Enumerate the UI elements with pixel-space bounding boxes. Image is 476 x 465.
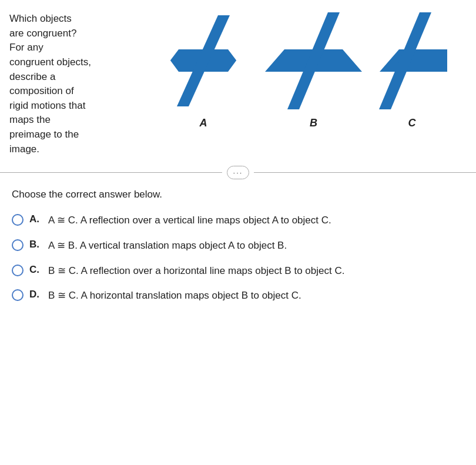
question-line-3: congruent objects, [9, 56, 91, 68]
shape-a-svg [156, 9, 250, 112]
shape-a-container: A [156, 9, 250, 129]
question-line-6: rigid motions that [9, 100, 85, 111]
shape-b-label: B [310, 117, 317, 129]
question-line-8: preimage to the [9, 129, 79, 140]
answer-text-b: A ≅ B. A vertical translation maps objec… [48, 239, 287, 253]
answer-item-d: D. B ≅ C. A horizontal translation maps … [12, 289, 464, 303]
shape-c-label: C [408, 117, 416, 129]
radio-d[interactable] [12, 289, 24, 301]
answer-text-c: B ≅ C. A reflection over a horizontal li… [48, 264, 344, 279]
divider-row: ··· [0, 166, 476, 179]
radio-a[interactable] [12, 214, 24, 226]
radio-b[interactable] [12, 239, 24, 251]
shape-c-svg [377, 9, 447, 112]
answer-letter-c: C. [29, 264, 42, 276]
answer-text-d: B ≅ C. A horizontal translation maps obj… [48, 289, 301, 303]
shape-a-label: A [200, 117, 207, 129]
answer-list: A. A ≅ C. A reflection over a vertical l… [12, 213, 464, 303]
bottom-section: Choose the correct answer below. A. A ≅ … [0, 189, 476, 315]
answer-letter-d: D. [29, 289, 42, 300]
shape-b-svg [262, 9, 365, 112]
question-line-9: image. [9, 143, 39, 155]
answer-text-a: A ≅ C. A reflection over a vertical line… [48, 213, 331, 228]
radio-c[interactable] [12, 265, 24, 276]
answer-item-b: B. A ≅ B. A vertical translation maps ob… [12, 239, 464, 253]
question-line-4: describe a [9, 71, 55, 82]
shapes-area: A B [150, 9, 470, 135]
answer-letter-a: A. [29, 213, 42, 225]
question-line-0: Which objects [9, 13, 72, 24]
answer-item-a: A. A ≅ C. A reflection over a vertical l… [12, 213, 464, 228]
answer-letter-b: B. [29, 239, 42, 250]
shape-c-container: C [377, 9, 447, 129]
shape-b-container: B [262, 9, 365, 129]
choose-label: Choose the correct answer below. [12, 189, 464, 200]
divider-line-right [254, 172, 476, 173]
divider-line-left [0, 172, 222, 173]
question-line-5: composition of [9, 85, 74, 96]
divider-button[interactable]: ··· [227, 166, 250, 179]
answer-item-c: C. B ≅ C. A reflection over a horizontal… [12, 264, 464, 279]
question-line-2: For any [9, 42, 43, 53]
question-text: Which objects are congruent? For any con… [9, 9, 150, 156]
top-section: Which objects are congruent? For any con… [0, 0, 476, 162]
question-line-7: maps the [9, 114, 51, 125]
question-line-1: are congruent? [9, 28, 76, 39]
